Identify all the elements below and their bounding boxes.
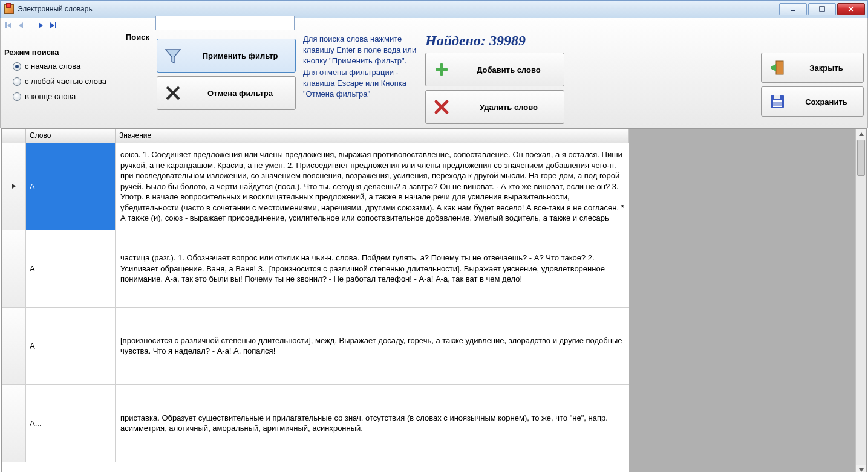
add-word-button[interactable]: Добавить слово	[425, 53, 564, 86]
search-label: Поиск	[126, 33, 149, 42]
floppy-disk-icon	[766, 91, 788, 112]
table-row[interactable]: А частица (разг.). 1. Обозначает вопрос …	[2, 230, 629, 308]
grid-body: А союз. 1. Соединяет предложения или чле…	[2, 143, 629, 462]
last-record-button[interactable]	[48, 21, 57, 30]
app-icon	[4, 4, 14, 14]
cancel-filter-button[interactable]: Отмена фильтра	[157, 76, 296, 110]
button-label: Применить фильтр	[190, 51, 290, 60]
svg-rect-21	[774, 95, 780, 99]
minimize-button[interactable]	[779, 3, 807, 15]
toolbar: Поиск Режим поиска с начала слова с любо…	[0, 18, 868, 128]
next-record-button[interactable]	[36, 21, 45, 30]
scroll-up-icon[interactable]	[856, 129, 866, 140]
table-row[interactable]: А союз. 1. Соединяет предложения или чле…	[2, 143, 629, 230]
scroll-down-icon[interactable]	[856, 465, 866, 472]
svg-marker-8	[50, 22, 54, 28]
button-label: Сохранить	[794, 97, 858, 106]
radio-label: в конце слова	[25, 92, 76, 101]
data-grid-container: Слово Значение А союз. 1. Соединяет пред…	[1, 128, 867, 472]
apply-filter-button[interactable]: Применить фильтр	[157, 39, 296, 73]
radio-icon	[13, 77, 21, 86]
cell-word[interactable]: А	[26, 308, 116, 384]
radio-label: с любой частью слова	[25, 77, 106, 86]
svg-marker-26	[859, 132, 864, 136]
grid-empty-area	[629, 129, 855, 472]
prev-record-button[interactable]	[16, 21, 26, 30]
svg-rect-4	[5, 22, 7, 28]
delete-word-button[interactable]: Удалить слово	[425, 90, 564, 124]
record-navigator	[4, 19, 864, 31]
cell-definition[interactable]: частица (разг.). 1. Обозначает вопрос ил…	[116, 230, 629, 307]
row-indicator	[2, 143, 26, 230]
svg-marker-18	[771, 64, 776, 71]
funnel-icon	[162, 45, 184, 66]
search-mode-group: с начала слова с любой частью слова в ко…	[4, 58, 149, 105]
table-row[interactable]: А... приставка. Образует существительные…	[2, 385, 629, 462]
svg-rect-9	[55, 22, 56, 28]
found-count-label: Найдено: 39989	[425, 33, 864, 49]
cell-word[interactable]: А	[26, 143, 116, 230]
row-indicator	[2, 385, 26, 462]
svg-marker-5	[7, 22, 11, 28]
help-text: Для поиска слова нажмите клавишу Enter в…	[303, 33, 418, 100]
vertical-scrollbar[interactable]	[855, 129, 866, 472]
data-grid[interactable]: Слово Значение А союз. 1. Соединяет пред…	[2, 129, 629, 472]
svg-rect-14	[436, 68, 448, 71]
delete-x-icon	[431, 96, 452, 118]
close-window-button[interactable]	[837, 3, 865, 15]
close-button[interactable]: Закрыть	[761, 53, 864, 83]
svg-marker-7	[39, 22, 43, 28]
mode-start-radio[interactable]: с начала слова	[13, 62, 141, 71]
button-label: Отмена фильтра	[190, 89, 290, 98]
svg-marker-6	[19, 22, 23, 28]
row-indicator	[2, 308, 26, 384]
grid-header: Слово Значение	[2, 129, 629, 143]
cell-definition[interactable]: приставка. Образует существительные и пр…	[116, 385, 629, 462]
svg-marker-10	[166, 50, 180, 63]
button-label: Закрыть	[794, 63, 858, 73]
maximize-button[interactable]	[808, 3, 836, 15]
window-title: Электронный словарь	[18, 5, 775, 13]
cell-definition[interactable]: союз. 1. Соединяет предложения или члены…	[116, 143, 629, 230]
mode-end-radio[interactable]: в конце слова	[13, 92, 141, 101]
cell-word[interactable]: А	[26, 230, 116, 307]
column-header-word[interactable]: Слово	[26, 129, 116, 143]
cross-icon	[162, 82, 184, 104]
titlebar: Электронный словарь	[0, 0, 868, 18]
door-exit-icon	[766, 57, 788, 79]
search-mode-label: Режим поиска	[4, 48, 149, 57]
search-input[interactable]	[155, 16, 295, 30]
svg-rect-17	[776, 61, 783, 74]
radio-icon	[13, 92, 21, 101]
button-label: Добавить слово	[458, 65, 559, 74]
svg-marker-25	[12, 184, 16, 189]
row-indicator	[2, 230, 26, 307]
save-button[interactable]: Сохранить	[761, 86, 864, 117]
button-label: Удалить слово	[458, 103, 559, 112]
plus-icon	[431, 59, 452, 80]
first-record-button[interactable]	[4, 21, 14, 30]
table-row[interactable]: А [произносится с различной степенью дли…	[2, 308, 629, 385]
svg-rect-1	[820, 7, 824, 11]
mode-anywhere-radio[interactable]: с любой частью слова	[13, 77, 141, 86]
cell-definition[interactable]: [произносится с различной степенью длите…	[116, 308, 629, 384]
scrollbar-thumb[interactable]	[857, 140, 865, 176]
row-header-corner	[2, 129, 26, 143]
column-header-definition[interactable]: Значение	[116, 129, 629, 143]
svg-marker-27	[859, 468, 864, 472]
window-controls	[779, 3, 865, 15]
radio-label: с начала слова	[25, 62, 80, 71]
radio-icon	[13, 62, 21, 71]
cell-word[interactable]: А...	[26, 385, 116, 462]
